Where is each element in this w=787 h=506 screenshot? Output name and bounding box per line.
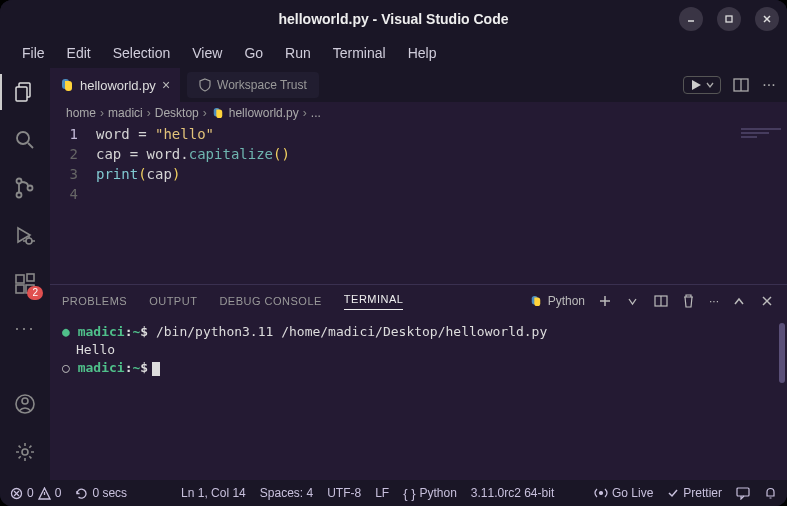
status-prettier[interactable]: Prettier	[667, 486, 722, 500]
menubar: File Edit Selection View Go Run Terminal…	[0, 38, 787, 68]
crumb-symbol[interactable]: ...	[311, 106, 321, 120]
extensions-icon[interactable]: 2	[11, 270, 39, 298]
panel-tab-problems[interactable]: PROBLEMS	[62, 295, 127, 307]
svg-marker-11	[18, 228, 30, 242]
source-control-icon[interactable]	[11, 174, 39, 202]
terminal-shell-selector[interactable]: Python	[529, 294, 585, 308]
panel-actions: Python ···	[529, 293, 775, 309]
line-number-gutter: 1 2 3 4	[50, 124, 96, 284]
split-terminal-icon[interactable]	[653, 293, 669, 309]
status-interpreter[interactable]: 3.11.0rc2 64-bit	[471, 486, 554, 500]
status-feedback-icon[interactable]	[736, 486, 750, 500]
braces-icon: { }	[403, 486, 415, 501]
menu-run[interactable]: Run	[275, 41, 321, 65]
window-controls	[679, 7, 779, 31]
chevron-right-icon: ›	[203, 106, 207, 120]
close-panel-icon[interactable]	[759, 293, 775, 309]
split-editor-icon[interactable]	[733, 77, 749, 93]
line-number: 2	[50, 144, 78, 164]
chevron-right-icon: ›	[100, 106, 104, 120]
status-go-live[interactable]: Go Live	[594, 486, 653, 500]
terminal-output: Hello	[62, 341, 775, 359]
extensions-badge: 2	[27, 286, 43, 300]
panel-tabs: PROBLEMS OUTPUT DEBUG CONSOLE TERMINAL P…	[50, 285, 787, 317]
code-editor[interactable]: 1 2 3 4 word = "hello" cap = word.capita…	[50, 124, 787, 284]
menu-view[interactable]: View	[182, 41, 232, 65]
breadcrumb: home › madici › Desktop › helloworld.py …	[50, 102, 787, 124]
history-icon	[75, 487, 88, 500]
workspace-trust-pill[interactable]: Workspace Trust	[187, 72, 319, 98]
crumb-file[interactable]: helloworld.py	[229, 106, 299, 120]
chevron-down-icon	[706, 81, 714, 89]
panel-more-icon[interactable]: ···	[709, 294, 719, 308]
prompt-indicator-icon: ○	[62, 360, 70, 375]
status-indentation[interactable]: Spaces: 4	[260, 486, 313, 500]
svg-rect-17	[16, 285, 24, 293]
menu-selection[interactable]: Selection	[103, 41, 181, 65]
crumb-home[interactable]: home	[66, 106, 96, 120]
status-time[interactable]: 0 secs	[75, 486, 127, 500]
code-content[interactable]: word = "hello" cap = word.capitalize() p…	[96, 124, 290, 284]
python-file-icon	[60, 78, 74, 92]
chevron-down-icon[interactable]	[625, 293, 641, 309]
chevron-right-icon: ›	[147, 106, 151, 120]
svg-rect-5	[16, 87, 27, 101]
line-number: 3	[50, 164, 78, 184]
menu-file[interactable]: File	[12, 41, 55, 65]
prompt-indicator-icon: ●	[62, 324, 70, 339]
panel-tab-output[interactable]: OUTPUT	[149, 295, 197, 307]
terminal-command: /bin/python3.11 /home/madici/Desktop/hel…	[148, 324, 547, 339]
status-eol[interactable]: LF	[375, 486, 389, 500]
tab-close-icon[interactable]: ×	[162, 77, 170, 93]
account-icon[interactable]	[11, 390, 39, 418]
minimap[interactable]	[741, 128, 781, 142]
menu-edit[interactable]: Edit	[57, 41, 101, 65]
line-number: 1	[50, 124, 78, 144]
status-cursor-position[interactable]: Ln 1, Col 14	[181, 486, 246, 500]
terminal-content[interactable]: ● madici:~$ /bin/python3.11 /home/madici…	[50, 317, 787, 480]
menu-go[interactable]: Go	[234, 41, 273, 65]
chevron-right-icon: ›	[303, 106, 307, 120]
check-icon	[667, 487, 679, 499]
maximize-button[interactable]	[717, 7, 741, 31]
run-file-button[interactable]	[683, 76, 721, 94]
svg-point-9	[17, 193, 22, 198]
window-title: helloworld.py - Visual Studio Code	[279, 11, 509, 27]
svg-point-12	[26, 238, 32, 244]
more-actions-icon[interactable]: ···	[761, 77, 777, 93]
vscode-window: helloworld.py - Visual Studio Code File …	[0, 0, 787, 506]
workspace-trust-label: Workspace Trust	[217, 78, 307, 92]
menu-help[interactable]: Help	[398, 41, 447, 65]
maximize-panel-icon[interactable]	[731, 293, 747, 309]
close-button[interactable]	[755, 7, 779, 31]
crumb-user[interactable]: madici	[108, 106, 143, 120]
explorer-icon[interactable]	[11, 78, 39, 106]
shell-label: Python	[548, 294, 585, 308]
tab-helloworld[interactable]: helloworld.py ×	[50, 68, 181, 102]
editor-group: helloworld.py × Workspace Trust ···	[50, 68, 787, 480]
svg-point-22	[22, 449, 28, 455]
new-terminal-icon[interactable]	[597, 293, 613, 309]
activity-bar: 2 ···	[0, 68, 50, 480]
minimize-button[interactable]	[679, 7, 703, 31]
activity-overflow-icon[interactable]: ···	[14, 318, 35, 339]
status-problems[interactable]: 0 0	[10, 486, 61, 500]
kill-terminal-icon[interactable]	[681, 293, 697, 309]
svg-point-36	[599, 492, 602, 495]
run-debug-icon[interactable]	[11, 222, 39, 250]
terminal-cursor	[152, 362, 160, 376]
menu-terminal[interactable]: Terminal	[323, 41, 396, 65]
svg-rect-1	[726, 16, 732, 22]
panel-tab-terminal[interactable]: TERMINAL	[344, 293, 404, 310]
search-icon[interactable]	[11, 126, 39, 154]
status-encoding[interactable]: UTF-8	[327, 486, 361, 500]
terminal-scrollbar[interactable]	[779, 323, 785, 383]
status-notifications-icon[interactable]	[764, 486, 777, 500]
svg-rect-19	[27, 274, 34, 281]
panel-tab-debug[interactable]: DEBUG CONSOLE	[219, 295, 321, 307]
python-icon	[530, 295, 542, 307]
crumb-desktop[interactable]: Desktop	[155, 106, 199, 120]
editor-actions: ···	[683, 68, 787, 102]
status-language[interactable]: { } Python	[403, 486, 457, 501]
settings-gear-icon[interactable]	[11, 438, 39, 466]
